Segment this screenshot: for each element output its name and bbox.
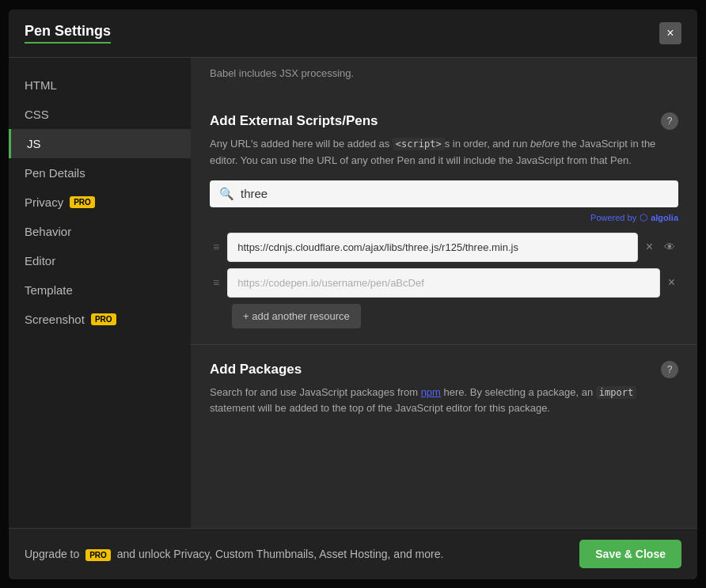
sidebar-item-template[interactable]: Template: [9, 275, 191, 305]
packages-title: Add Packages: [210, 362, 302, 377]
close-button[interactable]: ×: [659, 22, 681, 44]
import-code: import: [596, 386, 636, 399]
resource-row-1: ≡ × 👁: [210, 233, 678, 262]
footer-pro-badge: PRO: [85, 549, 111, 561]
screenshot-pro-badge: PRO: [91, 313, 116, 325]
upgrade-prefix: Upgrade to: [25, 548, 82, 560]
modal-body: HTML CSS JS Pen Details Privacy PRO Beha…: [9, 58, 697, 528]
intro-text: Babel includes JSX processing.: [191, 58, 697, 97]
drag-handle-1[interactable]: ≡: [210, 237, 222, 256]
save-close-button[interactable]: Save & Close: [579, 540, 681, 568]
sidebar-item-css[interactable]: CSS: [9, 100, 191, 129]
resource-input-group-1: [227, 233, 637, 262]
remove-resource-2-button[interactable]: ×: [665, 272, 678, 293]
footer-upgrade-text: Upgrade to PRO and unlock Privacy, Custo…: [25, 548, 443, 560]
sidebar: HTML CSS JS Pen Details Privacy PRO Beha…: [9, 58, 191, 528]
section-description: Any URL's added here will be added as <s…: [210, 136, 678, 169]
algolia-brand: algolia: [651, 213, 678, 222]
add-packages-section: Add Packages ? Search for and use JavaSc…: [191, 345, 697, 445]
add-resource-button[interactable]: + add another resource: [232, 304, 361, 328]
packages-description: Search for and use JavaScript packages f…: [210, 385, 678, 418]
packages-section-header: Add Packages ?: [210, 361, 678, 378]
cdn-search-input[interactable]: [241, 187, 669, 200]
pen-settings-modal: Pen Settings × HTML CSS JS Pen Details: [9, 9, 697, 579]
remove-resource-1-button[interactable]: ×: [643, 237, 656, 257]
resource-row-2: ≡ ×: [210, 268, 678, 298]
cdn-search-box: 🔍: [210, 180, 678, 207]
search-icon: 🔍: [219, 187, 234, 201]
algolia-credit: Powered by ⬡ algolia: [210, 212, 678, 223]
privacy-pro-badge: PRO: [70, 196, 95, 208]
algolia-icon: ⬡: [640, 212, 647, 223]
visibility-toggle-1-button[interactable]: 👁: [661, 237, 678, 256]
upgrade-suffix: and unlock Privacy, Custom Thumbnails, A…: [117, 548, 444, 560]
powered-by-text: Powered by: [590, 213, 636, 222]
modal-title: Pen Settings: [25, 23, 111, 44]
resource-input-2[interactable]: [227, 268, 659, 298]
sidebar-item-screenshot[interactable]: Screenshot PRO: [9, 305, 191, 334]
help-button[interactable]: ?: [661, 112, 678, 130]
modal-header: Pen Settings ×: [9, 9, 697, 58]
main-content: Babel includes JSX processing. Add Exter…: [191, 58, 697, 528]
resource-input-1[interactable]: [227, 233, 637, 262]
sidebar-item-html[interactable]: HTML: [9, 70, 191, 100]
add-resource-row: + add another resource: [210, 304, 678, 328]
sidebar-item-behavior[interactable]: Behavior: [9, 217, 191, 246]
sidebar-item-pen-details[interactable]: Pen Details: [9, 158, 191, 188]
footer: Upgrade to PRO and unlock Privacy, Custo…: [9, 528, 697, 579]
script-tag-code: <script>: [393, 138, 445, 150]
packages-help-button[interactable]: ?: [661, 361, 678, 378]
external-scripts-section: Add External Scripts/Pens ? Any URL's ad…: [191, 97, 697, 345]
external-scripts-title: Add External Scripts/Pens: [210, 113, 378, 129]
sidebar-item-js[interactable]: JS: [9, 129, 191, 158]
resource-input-group-2: [227, 268, 659, 298]
sidebar-item-editor[interactable]: Editor: [9, 246, 191, 275]
modal-overlay: Pen Settings × HTML CSS JS Pen Details: [0, 0, 706, 588]
before-emphasis: before: [530, 138, 560, 150]
section-header: Add External Scripts/Pens ?: [210, 112, 678, 130]
sidebar-item-privacy[interactable]: Privacy PRO: [9, 188, 191, 217]
drag-handle-2[interactable]: ≡: [210, 273, 222, 292]
npm-link[interactable]: npm: [421, 386, 441, 398]
